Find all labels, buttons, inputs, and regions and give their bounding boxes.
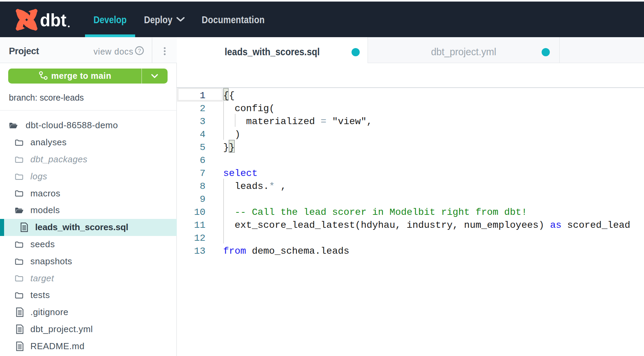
svg-text:?: ? bbox=[138, 47, 141, 54]
